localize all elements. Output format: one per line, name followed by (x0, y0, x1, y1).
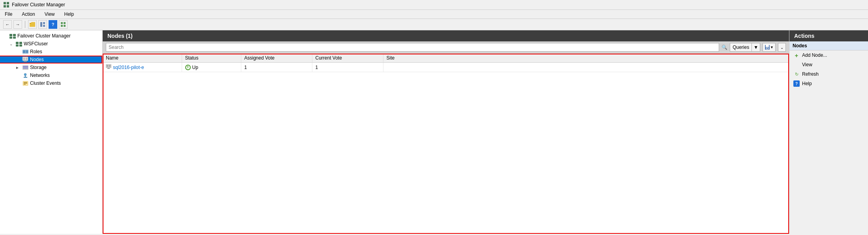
svg-rect-7 (40, 22, 42, 27)
tree-item-networks[interactable]: Networks (0, 71, 102, 79)
cluster-events-icon (22, 80, 29, 86)
tree-item-nodes[interactable]: Nodes (0, 56, 102, 63)
toolbar: ← → ? (0, 19, 868, 30)
svg-rect-26 (23, 58, 25, 60)
menu-bar: File Action View Help (0, 10, 868, 19)
node-site-cell (383, 63, 789, 72)
svg-rect-10 (61, 22, 63, 24)
action-refresh[interactable]: ↻ Refresh (789, 69, 868, 79)
help-button[interactable]: ? (49, 20, 57, 29)
svg-rect-15 (13, 34, 16, 36)
svg-rect-21 (19, 45, 22, 47)
nodes-table: Name Status Assigned Vote Current Vote S… (103, 54, 789, 72)
svg-rect-0 (4, 2, 6, 4)
status-up-label: Up (192, 65, 198, 70)
status-up-icon: ⇧ (185, 65, 191, 70)
node-name-cell: sql2016-pilot-e (103, 63, 182, 72)
networks-icon (22, 72, 29, 78)
roles-icon (22, 48, 29, 55)
svg-rect-17 (13, 37, 16, 39)
expand-icon-storage: ► (14, 65, 21, 70)
svg-point-32 (24, 73, 26, 76)
col-name: Name (103, 54, 182, 63)
queries-label: Queries (730, 45, 752, 50)
menu-view[interactable]: View (43, 11, 56, 18)
actions-section-nodes: Nodes (789, 41, 868, 50)
main-layout: Failover Cluster Manager 1 ⌄ WSFCluser (0, 30, 868, 234)
search-icon: 🔍 (721, 45, 727, 50)
action-view[interactable]: View (789, 60, 868, 69)
actions-header: Actions (789, 30, 868, 41)
roles-label: Roles (30, 49, 42, 54)
help-label: Help (802, 81, 812, 86)
svg-rect-18 (16, 42, 19, 44)
tree-item-storage[interactable]: ► Storage (0, 63, 102, 71)
col-site: Site (383, 54, 789, 63)
svg-rect-14 (9, 34, 12, 36)
svg-rect-16 (9, 37, 12, 39)
svg-rect-40 (766, 45, 769, 47)
search-input[interactable] (106, 43, 719, 52)
wsf-cluster-label: WSFCluser (24, 41, 48, 47)
center-panel: Nodes (1) 🔍 Queries ▼ ▼ ⌄ (103, 30, 789, 234)
svg-rect-19 (19, 42, 22, 44)
col-status: Status (182, 54, 241, 63)
storage-label: Storage (30, 65, 47, 70)
cluster-icon (9, 33, 16, 39)
tree-item-roles[interactable]: Roles (0, 48, 102, 56)
tree-item-wsf-cluster[interactable]: ⌄ WSFCluser (0, 40, 102, 48)
open-folder-button[interactable] (28, 20, 37, 29)
nodes-table-wrapper: 3 Name Status Assigned Vote Current Vote… (103, 54, 789, 234)
node-status-cell: ⇧ Up (182, 63, 241, 72)
queries-button[interactable]: Queries ▼ (730, 43, 760, 52)
svg-rect-3 (7, 5, 9, 7)
add-node-icon: + (793, 52, 800, 58)
node-icon (106, 64, 111, 70)
search-bar: 🔍 Queries ▼ ▼ ⌄ (103, 41, 789, 54)
svg-rect-23 (23, 50, 25, 53)
save-query-button[interactable]: ▼ (763, 43, 776, 52)
tree-item-root[interactable]: Failover Cluster Manager (0, 32, 102, 40)
nodes-icon (22, 56, 29, 63)
svg-rect-30 (23, 66, 28, 67)
svg-rect-44 (107, 65, 108, 67)
menu-action[interactable]: Action (20, 11, 36, 18)
action-add-node[interactable]: + Add Node... (789, 50, 868, 60)
back-button[interactable]: ← (3, 20, 12, 29)
table-row: sql2016-pilot-e ⇧ Up 1 1 (103, 63, 789, 72)
tree-panel: Failover Cluster Manager 1 ⌄ WSFCluser (0, 30, 103, 234)
svg-rect-38 (24, 84, 26, 85)
right-panel: Actions Nodes + Add Node... View ↻ Refre… (789, 30, 868, 234)
nodes-panel-header: Nodes (1) (103, 30, 789, 41)
svg-rect-28 (24, 61, 27, 62)
status-up-container: ⇧ Up (185, 65, 238, 70)
svg-rect-36 (24, 82, 27, 83)
svg-rect-27 (26, 58, 27, 60)
expand-search-button[interactable]: ⌄ (778, 43, 786, 52)
svg-rect-24 (26, 50, 28, 53)
svg-rect-42 (767, 48, 768, 49)
svg-rect-11 (64, 22, 66, 24)
panel-view-button[interactable] (38, 20, 47, 29)
menu-file[interactable]: File (3, 11, 14, 18)
forward-button[interactable]: → (13, 20, 22, 29)
queries-caret-icon: ▼ (752, 43, 760, 51)
action-help[interactable]: ? Help (789, 79, 868, 88)
save-caret-icon: ▼ (770, 45, 774, 49)
col-current-vote: Current Vote (312, 54, 383, 63)
svg-rect-1 (7, 2, 9, 4)
networks-label: Networks (30, 73, 50, 78)
toolbar-separator (25, 21, 25, 28)
refresh-label: Refresh (802, 71, 819, 77)
nodes-label: Nodes (30, 57, 44, 62)
svg-rect-13 (64, 25, 66, 27)
svg-rect-9 (43, 25, 45, 27)
col-assigned-vote: Assigned Vote (241, 54, 312, 63)
tree-item-cluster-events[interactable]: Cluster Events (0, 79, 102, 87)
help-icon: ? (793, 80, 800, 87)
node-name-link[interactable]: sql2016-pilot-e (113, 65, 144, 70)
menu-help[interactable]: Help (63, 11, 76, 18)
svg-rect-31 (23, 67, 28, 69)
grid-view-button[interactable] (59, 20, 68, 29)
svg-rect-6 (30, 24, 35, 27)
